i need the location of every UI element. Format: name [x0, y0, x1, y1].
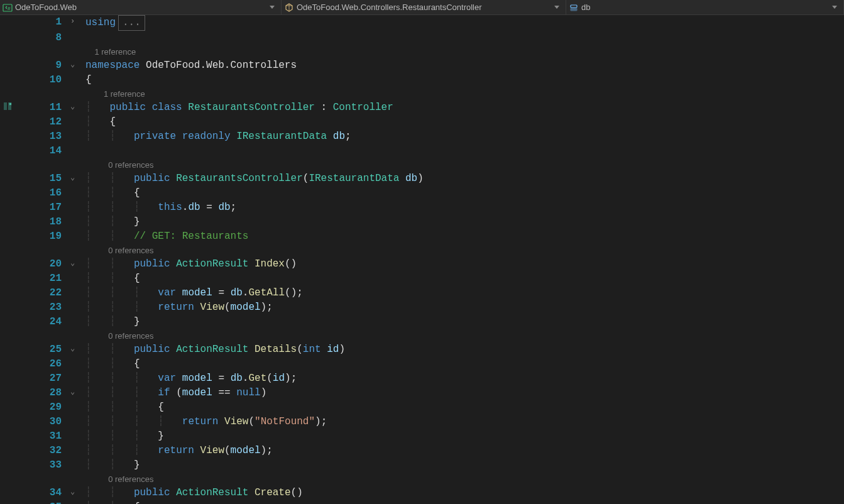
code-line[interactable]: 13┆ ┆ private readonly IRestaurantData d…	[15, 129, 844, 144]
code-line[interactable]: 12┆ {	[15, 115, 844, 129]
project-dropdown[interactable]: # OdeToFood.Web	[0, 0, 282, 14]
code-line[interactable]: 1›using...	[15, 15, 844, 31]
code-line[interactable]: 9⌄namespace OdeToFood.Web.Controllers	[15, 58, 844, 73]
code-line[interactable]: 16┆ ┆ {	[15, 186, 844, 200]
code-line[interactable]: 25⌄┆ ┆ public ActionResult Details(int i…	[15, 342, 844, 357]
codelens[interactable]: 1 reference	[15, 87, 844, 101]
code-line[interactable]: 23┆ ┆ ┆ return View(model);	[15, 300, 844, 315]
class-icon	[284, 3, 294, 13]
line-number: 24	[15, 315, 70, 329]
code-rows: 1›using...8 1 reference9⌄namespace OdeTo…	[15, 15, 844, 504]
chevron-down-icon	[270, 6, 275, 9]
fold-toggle[interactable]: ⌄	[70, 257, 85, 271]
member-name: db	[581, 3, 830, 12]
code-line[interactable]: 28⌄┆ ┆ ┆ if (model == null)	[15, 386, 844, 400]
line-number: 21	[15, 271, 70, 286]
line-number: 22	[15, 286, 70, 300]
fold-toggle[interactable]: ⌄	[70, 342, 85, 357]
line-number: 33	[15, 458, 70, 473]
chevron-down-icon	[832, 6, 837, 9]
line-number: 25	[15, 342, 70, 357]
class-name: OdeToFood.Web.Controllers.RestaurantsCon…	[297, 3, 552, 12]
code-line[interactable]: 22┆ ┆ ┆ var model = db.GetAll();	[15, 286, 844, 300]
csharp-project-icon: #	[3, 3, 13, 13]
line-number: 14	[15, 144, 70, 158]
code-line[interactable]: 17┆ ┆ ┆ this.db = db;	[15, 200, 844, 215]
codelens[interactable]: 0 references	[15, 244, 844, 257]
code-line[interactable]: 20⌄┆ ┆ public ActionResult Index()	[15, 257, 844, 271]
code-line[interactable]: 10{	[15, 73, 844, 87]
line-number: 17	[15, 200, 70, 215]
code-suggestion-icon[interactable]	[3, 101, 13, 114]
code-line[interactable]: 18┆ ┆ }	[15, 215, 844, 229]
line-number: 29	[15, 400, 70, 415]
code-line[interactable]: 19┆ ┆ // GET: Restaurants	[15, 229, 844, 244]
chevron-down-icon	[554, 6, 559, 9]
member-dropdown[interactable]: db	[566, 0, 844, 14]
code-editor[interactable]: 1›using...8 1 reference9⌄namespace OdeTo…	[0, 15, 844, 504]
codelens[interactable]: 1 reference	[15, 45, 844, 58]
line-number: 35	[15, 500, 70, 504]
fold-toggle[interactable]: ⌄	[70, 172, 85, 186]
code-line[interactable]: 11⌄┆ public class RestaurantsController …	[15, 101, 844, 115]
code-line[interactable]: 14	[15, 144, 844, 158]
code-line[interactable]: 21┆ ┆ {	[15, 271, 844, 286]
code-line[interactable]: 26┆ ┆ {	[15, 357, 844, 371]
code-line[interactable]: 34⌄┆ ┆ public ActionResult Create()	[15, 486, 844, 500]
line-number: 19	[15, 229, 70, 244]
line-number: 34	[15, 486, 70, 500]
indicator-margin	[0, 15, 15, 504]
line-number: 13	[15, 129, 70, 144]
code-line[interactable]: 31┆ ┆ ┆ }	[15, 429, 844, 444]
fold-toggle[interactable]: ⌄	[70, 101, 85, 115]
fold-toggle[interactable]: ⌄	[70, 486, 85, 500]
line-number: 20	[15, 257, 70, 271]
fold-toggle[interactable]: ›	[70, 15, 85, 30]
code-line[interactable]: 24┆ ┆ }	[15, 315, 844, 329]
code-line[interactable]: 8	[15, 31, 844, 45]
project-name: OdeToFood.Web	[15, 3, 267, 12]
svg-rect-3	[571, 8, 577, 11]
line-number: 9	[15, 58, 70, 73]
fold-toggle[interactable]: ⌄	[70, 386, 85, 400]
code-line[interactable]: 35┆ ┆ {	[15, 500, 844, 504]
code-line[interactable]: 33┆ ┆ }	[15, 458, 844, 473]
line-number: 27	[15, 371, 70, 386]
codelens[interactable]: 0 references	[15, 473, 844, 486]
line-number: 12	[15, 115, 70, 129]
class-dropdown[interactable]: OdeToFood.Web.Controllers.RestaurantsCon…	[282, 0, 566, 14]
line-number: 11	[15, 101, 70, 115]
svg-text:#: #	[8, 6, 11, 11]
navigation-bar: # OdeToFood.Web OdeToFood.Web.Controller…	[0, 0, 844, 15]
codelens[interactable]: 0 references	[15, 329, 844, 342]
fold-toggle[interactable]: ⌄	[70, 58, 85, 73]
line-number: 16	[15, 186, 70, 200]
line-number: 23	[15, 300, 70, 315]
code-line[interactable]: 32┆ ┆ ┆ return View(model);	[15, 444, 844, 458]
svg-rect-2	[571, 5, 577, 8]
code-line[interactable]: 27┆ ┆ ┆ var model = db.Get(id);	[15, 371, 844, 386]
collapsed-region[interactable]: ...	[118, 15, 145, 31]
code-line[interactable]: 29┆ ┆ ┆ {	[15, 400, 844, 415]
line-number: 18	[15, 215, 70, 229]
line-number: 30	[15, 415, 70, 429]
code-line[interactable]: 15⌄┆ ┆ public RestaurantsController(IRes…	[15, 172, 844, 186]
field-icon	[569, 3, 579, 13]
svg-rect-4	[4, 102, 7, 110]
line-number: 15	[15, 172, 70, 186]
code-line[interactable]: 30┆ ┆ ┆ ┆ return View("NotFound");	[15, 415, 844, 429]
line-number: 1	[15, 15, 70, 30]
line-number: 28	[15, 386, 70, 400]
line-number: 8	[15, 31, 70, 45]
line-number: 31	[15, 429, 70, 444]
line-number: 26	[15, 357, 70, 371]
line-number: 32	[15, 444, 70, 458]
codelens[interactable]: 0 references	[15, 158, 844, 172]
line-number: 10	[15, 73, 70, 87]
